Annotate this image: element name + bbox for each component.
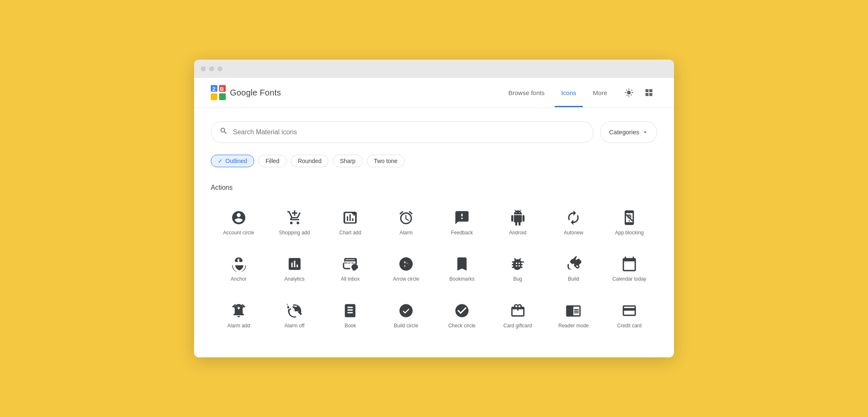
icon-book[interactable]: Book: [323, 294, 378, 338]
search-row: Categories: [211, 121, 657, 143]
all-inbox-icon: [342, 256, 358, 272]
icon-alarm[interactable]: Alarm: [378, 201, 434, 245]
icon-all-inbox[interactable]: All inbox: [323, 248, 378, 291]
categories-label: Categories: [609, 128, 639, 136]
chip-filled-label: Filled: [265, 158, 279, 164]
icon-bug-label: Bug: [513, 276, 522, 283]
icon-grid-row1: Account circle Shopping add Chart add: [211, 201, 657, 245]
autonew-icon: [565, 210, 581, 226]
icon-analytics[interactable]: Analytics: [267, 248, 323, 291]
icon-reader-mode[interactable]: Reader mode: [546, 294, 602, 338]
icon-analytics-label: Analytics: [285, 276, 305, 283]
icon-android-label: Android: [509, 230, 526, 236]
icon-feedback[interactable]: Feedback: [434, 201, 490, 245]
icon-arrow-circle[interactable]: Arrow circle: [378, 248, 434, 291]
icon-credit-card-label: Credit card: [617, 323, 642, 329]
icon-shopping-add-label: Shopping add: [279, 230, 310, 236]
nav-browse-fonts[interactable]: Browse fonts: [502, 86, 551, 100]
browser-dot-2: [209, 66, 214, 71]
icon-account-circle[interactable]: Account circle: [211, 201, 267, 245]
icon-reader-mode-label: Reader mode: [558, 323, 589, 329]
bookmarks-icon: [454, 256, 470, 272]
alarm-off-icon: [287, 303, 303, 319]
book-icon: [342, 303, 358, 319]
build-circle-icon: [398, 303, 414, 319]
chip-filled[interactable]: Filled: [258, 155, 286, 167]
check-circle-icon: [454, 303, 470, 319]
browser-chrome: [194, 60, 674, 78]
icon-check-circle-label: Check circle: [448, 323, 475, 329]
icon-book-label: Book: [345, 323, 356, 329]
chip-sharp[interactable]: Sharp: [333, 155, 362, 167]
android-icon: [510, 210, 526, 226]
icon-build-label: Build: [568, 276, 579, 283]
chart-add-icon: [342, 210, 358, 226]
icon-chart-add-label: Chart add: [339, 230, 361, 236]
icon-alarm-off[interactable]: Alarm off: [267, 294, 323, 338]
icon-card-giftcard[interactable]: Card giftcard: [490, 294, 546, 338]
bug-icon: [510, 256, 526, 272]
filter-chips: ✓ Outlined Filled Rounded Sharp Two tone: [211, 155, 657, 167]
anchor-icon: [231, 256, 247, 272]
svg-rect-2: [211, 93, 217, 100]
icon-chart-add[interactable]: Chart add: [323, 201, 378, 245]
alarm-add-icon: [231, 303, 247, 319]
categories-button[interactable]: Categories: [600, 121, 657, 143]
search-input[interactable]: [233, 128, 585, 136]
section-title-actions: Actions: [211, 184, 657, 191]
icon-arrow-circle-label: Arrow circle: [393, 276, 419, 283]
chip-outlined[interactable]: ✓ Outlined: [211, 155, 254, 167]
chip-two-tone[interactable]: Two tone: [367, 155, 405, 167]
nav-icons[interactable]: Icons: [555, 86, 583, 100]
logo-text: Google Fonts: [230, 88, 281, 98]
icon-bookmarks[interactable]: Bookmarks: [434, 248, 490, 291]
shopping-add-icon: [287, 210, 303, 226]
grid-icon: [644, 88, 654, 97]
icon-android[interactable]: Android: [490, 201, 546, 245]
main-nav: Browse fonts Icons More: [502, 86, 614, 100]
icon-bug[interactable]: Bug: [490, 248, 546, 291]
icon-feedback-label: Feedback: [451, 230, 473, 236]
svg-text:2: 2: [212, 86, 215, 92]
icon-account-circle-label: Account circle: [223, 230, 255, 236]
icon-credit-card[interactable]: Credit card: [601, 294, 657, 338]
check-icon: ✓: [218, 158, 223, 164]
page: 2 B Google Fonts Browse fonts Icons More: [194, 78, 674, 358]
theme-toggle-button[interactable]: [621, 84, 637, 101]
icon-card-giftcard-label: Card giftcard: [503, 323, 532, 329]
icon-shopping-add[interactable]: Shopping add: [267, 201, 323, 245]
grid-view-button[interactable]: [641, 84, 657, 101]
nav-more[interactable]: More: [586, 86, 614, 100]
icon-anchor[interactable]: Anchor: [211, 248, 267, 291]
account-circle-icon: [231, 210, 247, 226]
icon-autonew[interactable]: Autonew: [546, 201, 602, 245]
card-giftcard-icon: [510, 303, 526, 319]
icon-app-blocking-label: App blocking: [615, 230, 644, 236]
calendar-today-icon: [621, 256, 637, 272]
icon-calendar-today[interactable]: Calendar today: [601, 248, 657, 291]
icon-alarm-add-label: Alarm add: [227, 323, 250, 329]
chip-sharp-label: Sharp: [340, 158, 355, 164]
build-icon: [565, 256, 581, 272]
icon-alarm-add[interactable]: Alarm add: [211, 294, 267, 338]
svg-rect-3: [219, 93, 226, 100]
browser-dot-3: [217, 66, 222, 71]
svg-text:B: B: [220, 86, 224, 92]
icon-alarm-off-label: Alarm off: [285, 323, 305, 329]
icon-build-circle[interactable]: Build circle: [378, 294, 434, 338]
chip-two-tone-label: Two tone: [374, 158, 398, 164]
chip-rounded[interactable]: Rounded: [291, 155, 329, 167]
icon-autonew-label: Autonew: [564, 230, 583, 236]
google-fonts-logo-icon: 2 B: [211, 85, 226, 100]
arrow-circle-icon: [398, 256, 414, 272]
feedback-icon: [454, 210, 470, 226]
icon-anchor-label: Anchor: [231, 276, 247, 283]
logo: 2 B Google Fonts: [211, 85, 502, 100]
reader-mode-icon: [565, 303, 581, 319]
search-bar: [211, 121, 593, 143]
icon-grid-row3: Alarm add Alarm off Book: [211, 294, 657, 338]
icon-check-circle[interactable]: Check circle: [434, 294, 490, 338]
icon-build[interactable]: Build: [546, 248, 602, 291]
icon-app-blocking[interactable]: App blocking: [601, 201, 657, 245]
alarm-icon: [398, 210, 414, 226]
